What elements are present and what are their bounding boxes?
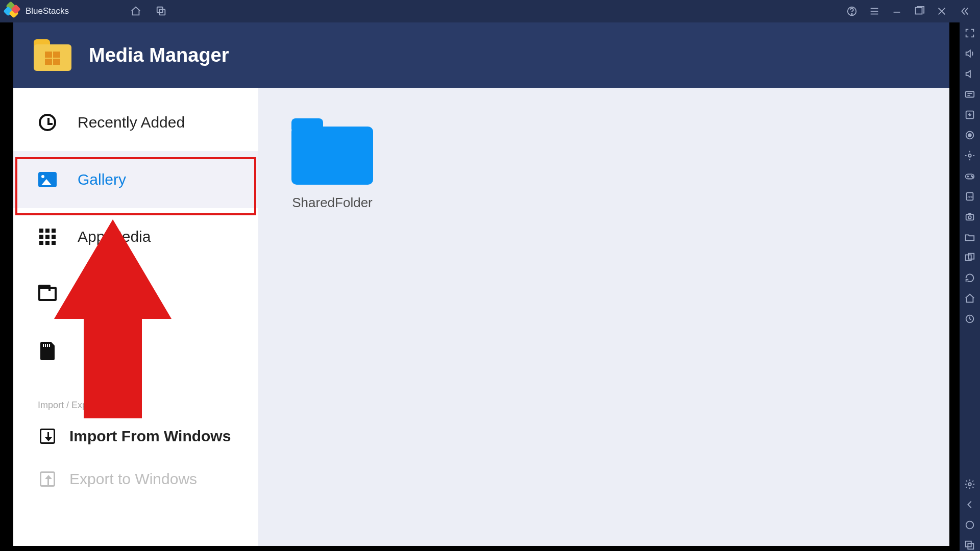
rotate-icon[interactable] <box>964 272 975 284</box>
svg-point-27 <box>968 483 971 486</box>
sidebar-item-sdcard[interactable] <box>13 322 258 380</box>
record-icon[interactable] <box>964 130 975 141</box>
sidebar-item-label: Files <box>78 285 110 303</box>
clock-icon <box>38 113 57 132</box>
svg-point-28 <box>966 521 974 529</box>
media-folder-icon[interactable] <box>964 232 975 243</box>
folder-large-icon <box>291 118 373 185</box>
volume-down-icon[interactable] <box>964 68 975 80</box>
svg-text:APK: APK <box>967 195 973 198</box>
sidebar-item-label: App Media <box>78 228 151 245</box>
install-apk-icon[interactable] <box>964 109 975 120</box>
svg-point-3 <box>851 14 852 15</box>
maximize-icon[interactable] <box>914 6 925 17</box>
svg-point-15 <box>968 134 971 137</box>
export-icon <box>38 469 57 489</box>
right-sidepanel: APK <box>960 22 980 551</box>
folder-icon <box>38 284 57 304</box>
sidebar-item-label: Recently Added <box>78 114 185 131</box>
export-label: Export to Windows <box>69 470 197 488</box>
folder-name-label: SharedFolder <box>289 195 376 211</box>
svg-rect-12 <box>966 92 974 97</box>
svg-point-23 <box>968 216 971 219</box>
multi-instance-icon[interactable] <box>964 252 975 263</box>
collapse-icon[interactable] <box>959 6 970 17</box>
sidebar-item-label: Gallery <box>78 171 126 188</box>
volume-up-icon[interactable] <box>964 48 975 59</box>
import-label: Import From Windows <box>69 428 231 445</box>
game-controls-icon[interactable] <box>964 170 975 182</box>
export-to-windows[interactable]: Export to Windows <box>13 458 258 500</box>
back-icon[interactable] <box>964 499 975 510</box>
settings-icon[interactable] <box>964 479 975 490</box>
recents-icon[interactable] <box>156 6 167 17</box>
fullscreen-icon[interactable] <box>964 28 975 39</box>
home-icon[interactable] <box>130 6 141 17</box>
screenshot-icon[interactable] <box>964 211 975 222</box>
nav-recents-icon[interactable] <box>964 540 975 551</box>
svg-rect-22 <box>966 214 974 220</box>
help-icon[interactable] <box>846 6 857 17</box>
keymap-icon[interactable] <box>964 89 975 100</box>
titlebar-right <box>846 6 970 17</box>
gallery-icon <box>38 170 57 189</box>
sidebar-item-app-media[interactable]: App Media <box>13 208 258 265</box>
app-body: Recently Added Gallery App Media Files I… <box>13 88 949 546</box>
app-frame: BlueStacks Media Manager <box>0 0 980 551</box>
sidebar-item-recently-added[interactable]: Recently Added <box>13 94 258 151</box>
nav-home-icon[interactable] <box>964 293 975 304</box>
menu-icon[interactable] <box>869 6 880 17</box>
svg-point-16 <box>968 154 971 157</box>
content-area: SharedFolder <box>258 88 949 546</box>
svg-point-19 <box>972 177 973 178</box>
bluestacks-logo-icon <box>6 5 19 18</box>
folder-card-sharedfolder[interactable]: SharedFolder <box>289 118 376 211</box>
location-icon[interactable] <box>964 150 975 161</box>
titlebar-center <box>130 6 846 17</box>
sidebar-item-gallery[interactable]: Gallery <box>13 151 258 208</box>
app-title: Media Manager <box>89 44 229 66</box>
shake-icon[interactable] <box>964 313 975 324</box>
brand-label: BlueStacks <box>26 6 69 16</box>
sidebar: Recently Added Gallery App Media Files I… <box>13 88 258 546</box>
import-from-windows[interactable]: Import From Windows <box>13 415 258 458</box>
close-icon[interactable] <box>936 6 947 17</box>
nav-home2-icon[interactable] <box>964 519 975 531</box>
apk-icon[interactable]: APK <box>964 191 975 202</box>
media-manager-icon <box>34 39 71 71</box>
minimize-icon[interactable] <box>891 6 902 17</box>
svg-rect-8 <box>916 8 922 14</box>
app-header: Media Manager <box>13 22 949 88</box>
sdcard-icon <box>38 341 57 361</box>
import-icon <box>38 427 57 446</box>
grid-icon <box>38 227 57 246</box>
import-export-section-label: Import / Export <box>13 400 258 411</box>
sidebar-item-files[interactable]: Files <box>13 265 258 322</box>
titlebar: BlueStacks <box>0 0 980 22</box>
